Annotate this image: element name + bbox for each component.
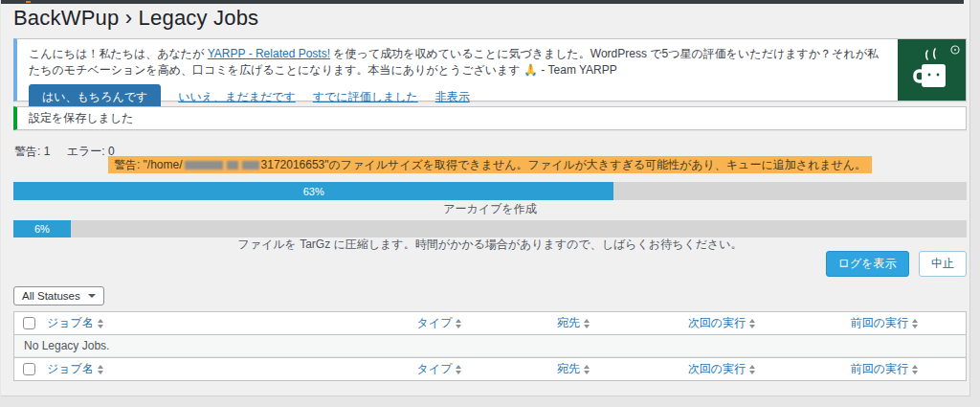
warning-message-line: 警告: "/home/3172016653"のファイルサイズを取得できません。フ… (13, 155, 967, 173)
wordpress-admin-page: BackWPup › Legacy Jobs こんにちは！私たちは、あなたが Y… (1, 0, 970, 396)
empty-table-row: No Legacy Jobs. (14, 335, 966, 357)
sort-icon (456, 365, 461, 374)
column-label: 宛先 (557, 315, 580, 331)
table-footer-row: ジョブ名 タイプ 宛先 次回の実行 前回の実行 (14, 357, 966, 380)
settings-saved-notice: 設定を保存しました (13, 106, 967, 130)
column-label: 前回の実行 (851, 315, 908, 331)
yarpp-plugin-link[interactable]: YARPP - Related Posts! (208, 47, 330, 60)
column-label: タイプ (417, 361, 453, 377)
column-footer-job-name[interactable]: ジョブ名 (47, 361, 372, 377)
notification-dot (26, 1, 31, 3)
sort-icon (912, 365, 918, 374)
column-footer-last-run[interactable]: 前回の実行 (803, 361, 966, 377)
overall-progress-label: アーカイブを作成 (13, 201, 967, 217)
column-label: 次回の実行 (688, 361, 746, 377)
column-header-next-run[interactable]: 次回の実行 (640, 315, 803, 331)
sort-icon (456, 319, 461, 328)
redacted-path-block (242, 161, 259, 170)
review-no-link[interactable]: いいえ、まだまだです (178, 89, 296, 105)
step-progress-fill: 6% (13, 220, 71, 237)
legacy-jobs-table: ジョブ名 タイプ 宛先 次回の実行 前回の実行 No Legacy Jobs. … (13, 311, 967, 381)
warning-text-suffix: 3172016653"のファイルサイズを取得できません。ファイルが大きすぎる可能… (261, 158, 867, 171)
coffee-mug-icon (898, 39, 966, 101)
column-label: ジョブ名 (47, 361, 94, 377)
step-progress-percent: 6% (34, 223, 50, 235)
sort-icon (749, 319, 755, 328)
column-label: ジョブ名 (47, 315, 94, 331)
warning-text-prefix: 警告: "/home/ (114, 158, 183, 171)
show-log-button[interactable]: ログを表示 (826, 251, 909, 277)
column-header-destination[interactable]: 宛先 (506, 315, 640, 331)
column-header-type[interactable]: タイプ (372, 315, 506, 331)
column-footer-type[interactable]: タイプ (372, 361, 506, 377)
sort-icon (98, 365, 103, 374)
chevron-down-icon (88, 294, 96, 298)
select-all-checkbox-footer[interactable] (23, 363, 35, 375)
job-action-buttons: ログを表示 中止 (13, 251, 967, 277)
review-message: こんにちは！私たちは、あなたが YARPP - Related Posts! を… (29, 46, 883, 79)
page-title: BackWPup › Legacy Jobs (13, 6, 258, 31)
yarpp-review-notice: こんにちは！私たちは、あなたが YARPP - Related Posts! を… (13, 38, 967, 102)
redacted-path-block (185, 161, 223, 170)
warning-highlight: 警告: "/home/3172016653"のファイルサイズを取得できません。フ… (108, 156, 872, 173)
sort-icon (749, 365, 755, 374)
table-header-row: ジョブ名 タイプ 宛先 次回の実行 前回の実行 (14, 312, 966, 335)
sort-icon (912, 319, 918, 328)
step-progress-bar: 6% (13, 220, 967, 237)
column-header-last-run[interactable]: 前回の実行 (803, 315, 966, 331)
overall-progress-percent: 63% (303, 186, 324, 197)
redacted-path-block (227, 161, 238, 170)
overall-progress-bar: 63% (13, 182, 967, 200)
settings-saved-message: 設定を保存しました (17, 110, 133, 126)
column-label: 宛先 (557, 361, 580, 377)
sort-icon (584, 319, 590, 328)
review-hide-link[interactable]: 非表示 (435, 89, 470, 105)
sort-icon (584, 365, 590, 374)
column-footer-next-run[interactable]: 次回の実行 (640, 361, 803, 377)
empty-table-message: No Legacy Jobs. (24, 339, 109, 352)
column-label: タイプ (417, 315, 453, 331)
review-already-rated-link[interactable]: すでに評価しました (313, 89, 418, 105)
review-message-start: こんにちは！私たちは、あなたが (29, 47, 208, 60)
status-filter-value: All Statuses (22, 290, 80, 302)
yarpp-coffee-graphic (898, 39, 966, 101)
status-filter-row: All Statuses (13, 286, 104, 305)
column-footer-destination[interactable]: 宛先 (506, 361, 640, 377)
column-label: 前回の実行 (851, 361, 908, 377)
status-filter-select[interactable]: All Statuses (13, 286, 104, 305)
sort-icon (98, 319, 103, 328)
column-header-job-name[interactable]: ジョブ名 (47, 315, 372, 331)
abort-button[interactable]: 中止 (919, 251, 967, 277)
select-all-checkbox[interactable] (23, 317, 35, 329)
overall-progress-fill: 63% (13, 182, 613, 200)
admin-bar-edge (1, 0, 964, 4)
column-label: 次回の実行 (688, 315, 746, 331)
